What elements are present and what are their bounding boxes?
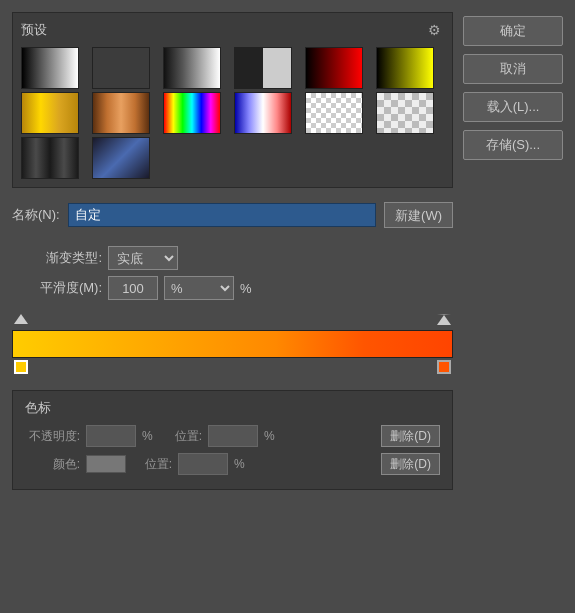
gradient-section bbox=[12, 314, 453, 376]
color-stop-left[interactable] bbox=[14, 360, 28, 374]
opacity-stop-right[interactable] bbox=[437, 314, 451, 325]
gradient-type-label: 渐变类型: bbox=[12, 249, 102, 267]
preset-item[interactable] bbox=[376, 92, 434, 134]
preset-item[interactable] bbox=[305, 92, 363, 134]
preset-item[interactable] bbox=[21, 47, 79, 89]
gear-icon[interactable]: ⚙ bbox=[428, 22, 444, 38]
cancel-button[interactable]: 取消 bbox=[463, 54, 563, 84]
opacity-pos-input[interactable] bbox=[208, 425, 258, 447]
settings-section: 渐变类型: 实底 平滑度(M): % % bbox=[12, 242, 453, 304]
color-stop-right[interactable] bbox=[437, 360, 451, 374]
load-button[interactable]: 载入(L)... bbox=[463, 92, 563, 122]
preset-item[interactable] bbox=[21, 92, 79, 134]
preset-item[interactable] bbox=[92, 137, 150, 179]
preset-item[interactable] bbox=[305, 47, 363, 89]
color-stops-row bbox=[12, 360, 453, 376]
color-stops-title: 色标 bbox=[25, 399, 440, 417]
preset-item[interactable] bbox=[163, 47, 221, 89]
gradient-type-row: 渐变类型: 实底 bbox=[12, 246, 453, 270]
opacity-pos-label: 位置: bbox=[172, 428, 202, 445]
opacity-delete-button[interactable]: 删除(D) bbox=[381, 425, 440, 447]
new-button[interactable]: 新建(W) bbox=[384, 202, 453, 228]
opacity-pos-unit: % bbox=[264, 429, 278, 443]
smoothness-input[interactable] bbox=[108, 276, 158, 300]
color-label: 颜色: bbox=[25, 456, 80, 473]
gradient-bar[interactable] bbox=[12, 330, 453, 358]
color-row: 颜色: 位置: % 删除(D) bbox=[25, 453, 440, 475]
right-panel: 确定 取消 载入(L)... 存储(S)... bbox=[463, 12, 563, 601]
opacity-label: 不透明度: bbox=[25, 428, 80, 445]
smoothness-label: 平滑度(M): bbox=[12, 279, 102, 297]
color-stops-section: 色标 不透明度: % 位置: % 删除(D) 颜色: 位置: % 删除(D) bbox=[12, 390, 453, 490]
color-pos-unit: % bbox=[234, 457, 248, 471]
name-section: 名称(N): 新建(W) bbox=[12, 198, 453, 232]
color-delete-button[interactable]: 删除(D) bbox=[381, 453, 440, 475]
preset-item[interactable] bbox=[92, 92, 150, 134]
opacity-stop-left[interactable] bbox=[14, 314, 28, 324]
preset-item[interactable] bbox=[234, 92, 292, 134]
preset-item[interactable] bbox=[376, 47, 434, 89]
opacity-unit: % bbox=[142, 429, 156, 443]
presets-title: 预设 bbox=[21, 21, 47, 39]
smoothness-unit: % bbox=[240, 281, 252, 296]
color-swatch[interactable] bbox=[86, 455, 126, 473]
preset-item[interactable] bbox=[234, 47, 292, 89]
name-input[interactable] bbox=[68, 203, 376, 227]
opacity-row: 不透明度: % 位置: % 删除(D) bbox=[25, 425, 440, 447]
opacity-stops-row bbox=[12, 314, 453, 328]
presets-section: 预设 ⚙ bbox=[12, 12, 453, 188]
save-button[interactable]: 存储(S)... bbox=[463, 130, 563, 160]
color-pos-input[interactable] bbox=[178, 453, 228, 475]
smoothness-unit-select[interactable]: % bbox=[164, 276, 234, 300]
presets-grid bbox=[21, 47, 444, 179]
preset-item[interactable] bbox=[21, 137, 79, 179]
confirm-button[interactable]: 确定 bbox=[463, 16, 563, 46]
opacity-input[interactable] bbox=[86, 425, 136, 447]
gradient-type-select[interactable]: 实底 bbox=[108, 246, 178, 270]
preset-item[interactable] bbox=[163, 92, 221, 134]
preset-item[interactable] bbox=[92, 47, 150, 89]
smoothness-row: 平滑度(M): % % bbox=[12, 276, 453, 300]
name-label: 名称(N): bbox=[12, 206, 60, 224]
color-pos-label: 位置: bbox=[142, 456, 172, 473]
